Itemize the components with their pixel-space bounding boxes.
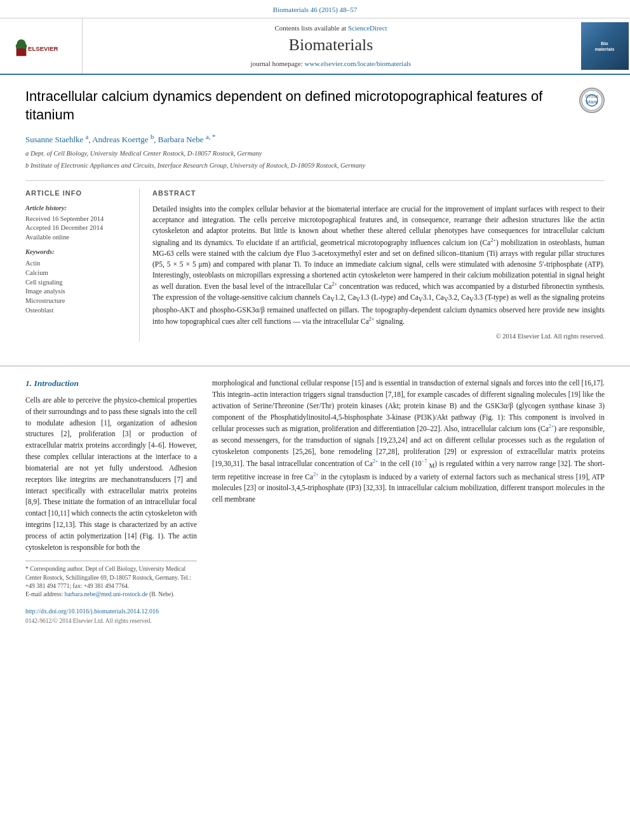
keywords-label: Keywords: [25, 248, 131, 257]
intro-text-left: Cells are able to perceive the physico-c… [25, 395, 197, 553]
abstract-column: Abstract Detailed insights into the comp… [152, 189, 605, 342]
svg-point-2 [15, 43, 21, 49]
footer-copyright: 0142-9612/© 2014 Elsevier Ltd. All right… [25, 617, 197, 625]
author-names: Susanne Staehlke a, Andreas Koertge b, B… [25, 135, 216, 144]
footnote-section: * Corresponding author. Dept of Cell Bio… [25, 561, 197, 599]
svg-text:ELSEVIER: ELSEVIER [28, 45, 58, 52]
abstract-text: Detailed insights into the complex cellu… [152, 204, 605, 328]
keyword-microstructure: Microstructure [25, 297, 131, 306]
introduction-section: 1. Introduction Cells are able to percei… [0, 378, 630, 625]
keyword-image-analysis: Image analysis [25, 287, 131, 297]
svg-point-3 [21, 43, 27, 49]
article-body: Cross Mark Intracellular calcium dynamic… [0, 75, 630, 354]
copyright-notice: © 2014 Elsevier Ltd. All rights reserved… [152, 332, 605, 342]
received-date: Received 16 September 2014 Accepted 16 D… [25, 215, 131, 243]
section-divider [0, 366, 630, 366]
affiliation-a: a Dept. of Cell Biology, University Medi… [25, 149, 605, 159]
journal-reference: Biomaterials 46 (2015) 48–57 [273, 6, 357, 13]
affiliation-b: b Institute of Electronic Appliances and… [25, 161, 605, 171]
email-note: E-mail address: barbara.nebe@med.uni-ros… [25, 590, 197, 599]
journal-title: Biomaterials [289, 34, 373, 57]
corresponding-author-note: * Corresponding author. Dept of Cell Bio… [25, 565, 197, 590]
email-link[interactable]: barbara.nebe@med.uni-rostock.de [65, 591, 148, 597]
sciencedirect-link[interactable]: ScienceDirect [348, 24, 387, 32]
article-info-abstract: Article Info Article history: Received 1… [25, 180, 605, 342]
history-label: Article history: [25, 204, 131, 213]
journal-header: ELSEVIER Contents lists available at Sci… [0, 18, 630, 75]
page: Biomaterials 46 (2015) 48–57 ELSEVIER Co… [0, 0, 630, 840]
section-title: 1. Introduction [25, 378, 197, 390]
homepage-label: journal homepage: www.elsevier.com/locat… [251, 59, 412, 69]
keyword-cell-signaling: Cell signaling [25, 278, 131, 288]
footer-links: http://dx.doi.org/10.1016/j.biomaterials… [25, 607, 197, 616]
top-bar: Biomaterials 46 (2015) 48–57 [0, 0, 630, 18]
journal-cover-image: Biomaterials [579, 18, 630, 74]
authors-line: Susanne Staehlke a, Andreas Koertge b, B… [25, 132, 605, 146]
keywords-list: Actin Calcium Cell signaling Image analy… [25, 259, 131, 315]
keyword-actin: Actin [25, 259, 131, 269]
doi-link[interactable]: http://dx.doi.org/10.1016/j.biomaterials… [25, 607, 159, 616]
crossmark-badge: Cross Mark [579, 88, 605, 113]
abstract-heading: Abstract [152, 189, 605, 198]
elsevier-logo: ELSEVIER [13, 35, 70, 57]
article-info-heading: Article Info [25, 189, 131, 198]
footer-area: http://dx.doi.org/10.1016/j.biomaterials… [25, 607, 197, 625]
article-title: Intracellular calcium dynamics dependent… [25, 88, 605, 124]
intro-right-column: morphological and functional cellular re… [212, 378, 605, 625]
keyword-osteoblast: Osteoblast [25, 306, 131, 316]
intro-text-right: morphological and functional cellular re… [212, 378, 605, 505]
crossmark-area: Cross Mark [579, 88, 605, 113]
journal-title-area: Contents lists available at ScienceDirec… [83, 18, 579, 74]
contents-label: Contents lists available at ScienceDirec… [274, 23, 387, 33]
article-info-column: Article Info Article history: Received 1… [25, 189, 140, 342]
intro-left-column: 1. Introduction Cells are able to percei… [25, 378, 197, 625]
cover-thumbnail: Biomaterials [581, 22, 629, 70]
publisher-logo-area: ELSEVIER [0, 18, 83, 74]
keyword-calcium: Calcium [25, 269, 131, 278]
